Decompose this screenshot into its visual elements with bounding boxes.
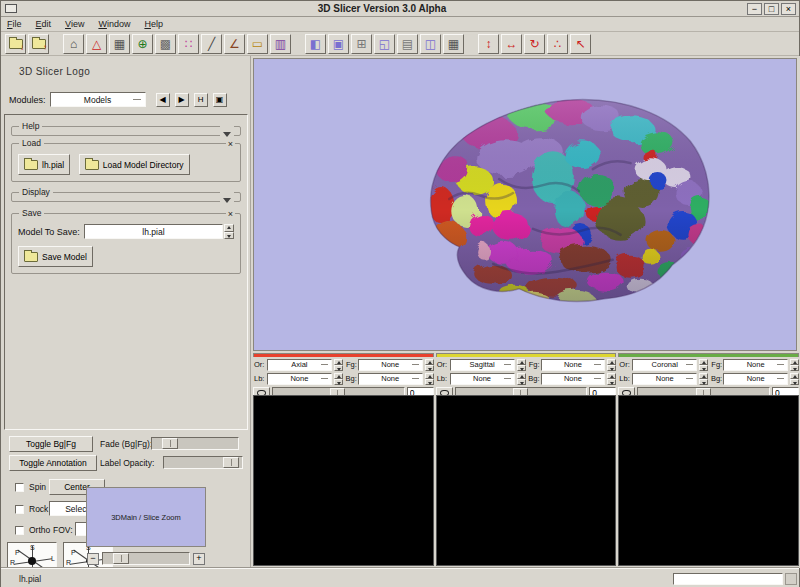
toggle-bgfg-button[interactable]: Toggle Bg|Fg — [9, 436, 93, 452]
modules-select[interactable]: Models — [50, 92, 146, 107]
foreground-select[interactable]: None — [723, 359, 788, 371]
orientation-spinner[interactable] — [334, 359, 343, 371]
minimize-button[interactable]: − — [747, 3, 762, 15]
label-layer-spinner[interactable] — [334, 373, 343, 385]
close-button[interactable]: × — [781, 3, 796, 15]
four-up-layout-icon[interactable]: ⊞ — [351, 34, 372, 54]
background-select[interactable]: None — [541, 373, 606, 385]
spin-down-icon[interactable] — [334, 365, 343, 371]
background-spinner[interactable] — [425, 373, 434, 385]
transforms-module-icon[interactable]: ╱ — [201, 34, 222, 54]
viewport-axial[interactable] — [253, 395, 434, 566]
spin-down-icon[interactable] — [699, 379, 708, 385]
foreground-select[interactable]: None — [358, 359, 423, 371]
model-select-spinner[interactable] — [224, 224, 234, 239]
color-lut-icon[interactable]: ▥ — [270, 34, 291, 54]
foreground-spinner[interactable] — [790, 359, 799, 371]
maximize-button[interactable]: □ — [764, 3, 779, 15]
orientation-spinner[interactable] — [517, 359, 526, 371]
module-forward-button[interactable]: ▶ — [175, 93, 189, 107]
tabbed-slice-layout-icon[interactable]: ◫ — [420, 34, 441, 54]
ortho-checkbox[interactable] — [15, 526, 24, 535]
spin-down-icon[interactable] — [334, 379, 343, 385]
orientation-select[interactable]: Coronal — [632, 359, 697, 371]
module-history-button[interactable]: ▣ — [213, 93, 227, 107]
label-layer-select[interactable]: None — [267, 373, 332, 385]
label-opacity-slider-thumb[interactable] — [223, 457, 239, 468]
load-model-directory-button[interactable]: Load Model Directory — [79, 154, 190, 175]
rotate-mode-icon[interactable]: ↻ — [524, 34, 545, 54]
spin-down-icon[interactable] — [790, 379, 799, 385]
menu-window[interactable]: Window — [98, 19, 130, 29]
orientation-select[interactable]: Sagittal — [450, 359, 515, 371]
menu-view[interactable]: View — [65, 19, 84, 29]
spin-checkbox[interactable] — [15, 483, 24, 492]
tabbed-3d-layout-icon[interactable]: ▤ — [397, 34, 418, 54]
label-layer-spinner[interactable] — [699, 373, 708, 385]
load-model-button[interactable]: lh.pial — [18, 154, 70, 175]
zoom-in-button[interactable]: + — [193, 553, 205, 565]
spin-down-icon[interactable] — [517, 365, 526, 371]
background-spinner[interactable] — [607, 373, 616, 385]
one-up-layout-icon[interactable]: ◱ — [374, 34, 395, 54]
fiducials-module-icon[interactable]: ⊕ — [132, 34, 153, 54]
load-close-button[interactable]: × — [226, 140, 235, 149]
nav-zoom-slider-thumb[interactable] — [113, 553, 129, 564]
background-select[interactable]: None — [723, 373, 788, 385]
menu-edit[interactable]: Edit — [36, 19, 52, 29]
measurements-module-icon[interactable]: ▭ — [247, 34, 268, 54]
conventional-layout-icon[interactable]: ◧ — [305, 34, 326, 54]
navigation-zoom-widget[interactable]: 3DMain / Slice Zoom — [86, 487, 206, 547]
spin-down-icon[interactable] — [699, 365, 708, 371]
spin-down-icon[interactable] — [790, 365, 799, 371]
load-scene-icon[interactable]: ↓ — [5, 34, 26, 54]
viewport-3d[interactable] — [253, 58, 797, 351]
help-collapse-button[interactable] — [220, 125, 234, 140]
zoom-mode-icon[interactable]: ↖ — [570, 34, 591, 54]
menu-help[interactable]: Help — [144, 19, 163, 29]
save-scene-icon[interactable]: ↑ — [28, 34, 49, 54]
background-select[interactable]: None — [358, 373, 423, 385]
spin-down-icon[interactable] — [517, 379, 526, 385]
window-menu-icon[interactable] — [5, 4, 17, 13]
viewport-coronal[interactable] — [618, 395, 799, 566]
foreground-select[interactable]: None — [541, 359, 606, 371]
rock-checkbox[interactable] — [15, 505, 24, 514]
lightbox-layout-icon[interactable]: ▦ — [443, 34, 464, 54]
module-back-button[interactable]: ◀ — [156, 93, 170, 107]
pick-mode-icon[interactable]: ↕ — [478, 34, 499, 54]
model-to-save-select[interactable]: lh.pial — [84, 224, 223, 239]
colors-module-icon[interactable]: ∷ — [178, 34, 199, 54]
spin-down-icon[interactable] — [425, 379, 434, 385]
label-layer-select[interactable]: None — [450, 373, 515, 385]
label-opacity-slider[interactable] — [163, 456, 243, 469]
zoom-out-button[interactable]: − — [87, 553, 99, 565]
background-spinner[interactable] — [790, 373, 799, 385]
nav-zoom-slider[interactable] — [102, 552, 190, 565]
spin-up-icon[interactable] — [224, 224, 234, 232]
translate-mode-icon[interactable]: ∴ — [547, 34, 568, 54]
save-close-button[interactable]: × — [226, 210, 235, 219]
save-model-button[interactable]: Save Model — [18, 246, 93, 267]
3d-only-layout-icon[interactable]: ▣ — [328, 34, 349, 54]
spin-down-icon[interactable] — [607, 365, 616, 371]
place-mode-icon[interactable]: ↔ — [501, 34, 522, 54]
spin-down-icon[interactable] — [425, 365, 434, 371]
volumes-module-icon[interactable]: ▦ — [109, 34, 130, 54]
spin-down-icon[interactable] — [224, 232, 234, 240]
fade-slider-thumb[interactable] — [162, 438, 178, 449]
orientation-select[interactable]: Axial — [267, 359, 332, 371]
label-layer-spinner[interactable] — [517, 373, 526, 385]
foreground-spinner[interactable] — [425, 359, 434, 371]
orientation-spinner[interactable] — [699, 359, 708, 371]
display-collapse-button[interactable] — [220, 191, 234, 206]
label-layer-select[interactable]: None — [632, 373, 697, 385]
fade-slider[interactable] — [151, 437, 239, 450]
foreground-spinner[interactable] — [607, 359, 616, 371]
editor-module-icon[interactable]: ∠ — [224, 34, 245, 54]
toggle-annotation-button[interactable]: Toggle Annotation — [9, 455, 97, 471]
menu-file[interactable]: File — [7, 19, 22, 29]
viewport-sagittal[interactable] — [436, 395, 617, 566]
models-module-icon[interactable]: ▩ — [155, 34, 176, 54]
data-module-icon[interactable]: △ — [86, 34, 107, 54]
